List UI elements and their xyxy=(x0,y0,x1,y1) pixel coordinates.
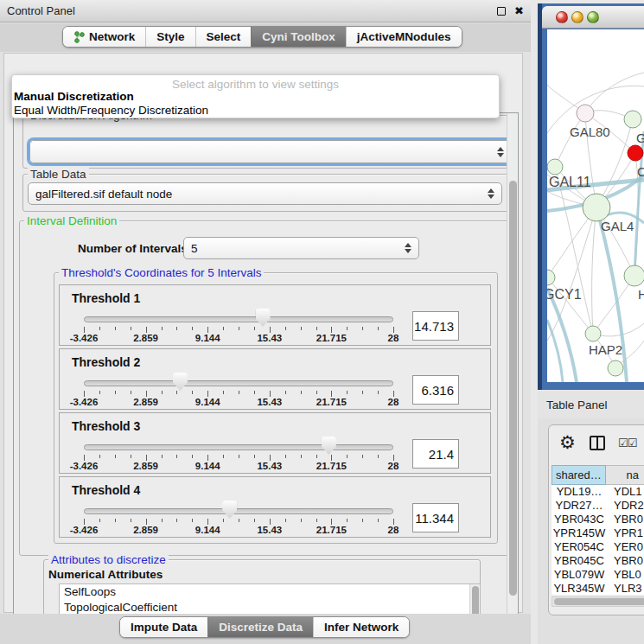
number-of-intervals-combo[interactable]: 5 xyxy=(183,237,419,259)
table-data-combo[interactable]: galFiltered.sif default node xyxy=(28,182,502,205)
table-header-name[interactable]: na xyxy=(606,465,644,485)
tick-mark xyxy=(99,455,100,458)
tick-mark xyxy=(176,455,177,458)
tick-mark xyxy=(239,519,239,522)
table-cell: YBL0 xyxy=(607,568,644,582)
network-node-label: GA xyxy=(636,131,644,145)
node-table[interactable]: shared…naYDL19…YDL1YDR27…YDR2YBR043CYBR0… xyxy=(552,465,644,595)
slider-track[interactable] xyxy=(84,316,393,322)
network-edge xyxy=(555,113,585,167)
table-cell: YPR1 xyxy=(607,526,644,540)
algorithm-popup: Select algorithm to view settings Manual… xyxy=(11,74,500,118)
table-row[interactable]: YDL19…YDL1 xyxy=(552,485,644,499)
tick-mark xyxy=(115,455,116,458)
table-cell: YDL19… xyxy=(552,485,607,499)
tick-mark xyxy=(176,519,177,522)
scale-label: 9.144 xyxy=(195,461,220,471)
table-horizontal-scrollbar[interactable] xyxy=(552,596,644,607)
tick-mark xyxy=(347,519,348,522)
table-row[interactable]: YDR27…YDR2 xyxy=(552,499,644,513)
tick-mark xyxy=(207,455,208,461)
scale-label: 28 xyxy=(388,397,399,407)
scale-label: 2.859 xyxy=(133,461,158,471)
settings-scroll-area: Discretization Algorithm Table Data galF… xyxy=(13,112,519,644)
table-row[interactable]: YBL079WYBL0 xyxy=(552,568,644,582)
network-node[interactable] xyxy=(577,105,594,122)
attribute-list-item[interactable]: SelfLoops xyxy=(60,584,480,600)
network-node[interactable] xyxy=(624,111,641,128)
interval-definition-label: Interval Definition xyxy=(24,214,119,227)
network-node-label: GAL4 xyxy=(601,219,634,233)
window-title: Control Panel xyxy=(7,4,75,17)
network-node[interactable] xyxy=(608,360,623,376)
tick-mark xyxy=(254,455,255,458)
tab-select[interactable]: Select xyxy=(195,27,252,47)
tab-jactivemnodules[interactable]: jActiveMNodules xyxy=(346,27,462,47)
table-row[interactable]: YBR043CYBR0 xyxy=(552,513,644,526)
tab-impute-data[interactable]: Impute Data xyxy=(120,617,207,637)
network-canvas[interactable]: GAL80GACGAL11GAL4GCY1HHAP2 xyxy=(547,29,644,382)
network-node[interactable] xyxy=(547,270,555,285)
slider-track[interactable] xyxy=(84,380,393,386)
close-traffic-light-icon[interactable] xyxy=(556,11,568,23)
split-columns-icon[interactable] xyxy=(590,436,605,450)
table-panel-zone: ⚙ ☑☑ shared…naYDL19…YDL1YDR27…YDR2YBR043… xyxy=(538,418,644,644)
network-node[interactable] xyxy=(547,159,563,175)
network-node[interactable] xyxy=(583,194,610,221)
table-cell: YBR0 xyxy=(607,513,644,526)
tick-mark xyxy=(393,519,394,525)
gear-icon[interactable]: ⚙ xyxy=(559,432,576,453)
zoom-traffic-light-icon[interactable] xyxy=(587,11,599,23)
scale-label: -3.426 xyxy=(70,461,99,471)
float-window-icon[interactable] xyxy=(497,7,506,16)
network-node-label: H xyxy=(638,287,644,302)
table-header-shared-name[interactable]: shared… xyxy=(552,465,606,485)
network-node[interactable] xyxy=(585,326,601,341)
tick-mark xyxy=(176,391,177,394)
tab-label: Impute Data xyxy=(131,621,197,634)
checkbox-icons[interactable]: ☑☑ xyxy=(618,437,636,450)
tick-mark xyxy=(393,391,394,397)
network-node[interactable] xyxy=(624,265,644,286)
tick-mark xyxy=(131,519,131,522)
network-node-label: HAP2 xyxy=(589,342,622,357)
slider-handle[interactable] xyxy=(173,373,188,391)
scale-label: 15.43 xyxy=(257,461,282,471)
tick-mark xyxy=(176,327,177,330)
slider-track[interactable] xyxy=(84,508,393,514)
tick-mark xyxy=(115,519,116,522)
slider-handle[interactable] xyxy=(256,309,271,327)
network-node-label: GAL80 xyxy=(570,124,610,139)
tick-mark xyxy=(223,519,224,522)
algorithm-combo[interactable] xyxy=(29,140,512,163)
slider-handle[interactable] xyxy=(322,437,336,455)
network-edge xyxy=(592,207,596,334)
settings-vertical-scrollbar[interactable] xyxy=(507,113,518,630)
threshold-value-field[interactable]: 11.344 xyxy=(412,503,459,532)
network-node[interactable] xyxy=(628,145,643,161)
minimize-traffic-light-icon[interactable] xyxy=(571,11,583,23)
tab-infer-network[interactable]: Infer Network xyxy=(313,617,409,637)
tick-mark xyxy=(162,391,163,394)
tab-cyni-toolbox[interactable]: Cyni Toolbox xyxy=(251,27,346,47)
table-row[interactable]: YLR345WYLR3 xyxy=(552,582,644,595)
tab-network[interactable]: Network xyxy=(63,27,145,47)
algorithm-menu-item[interactable]: Equal Width/Frequency Discretization xyxy=(14,104,208,117)
algorithm-menu-item[interactable]: Manual Discretization xyxy=(14,90,134,103)
table-row[interactable]: YER054CYER0 xyxy=(552,540,644,554)
close-icon[interactable]: ✖ xyxy=(514,7,524,16)
table-row[interactable]: YPR145WYPR1 xyxy=(552,526,644,540)
threshold-value-field[interactable]: 6.316 xyxy=(412,375,459,405)
tab-discretize-data[interactable]: Discretize Data xyxy=(207,617,313,637)
tick-mark xyxy=(331,391,332,397)
threshold-value-field[interactable]: 14.713 xyxy=(412,311,459,341)
table-cell: YPR145W xyxy=(552,526,607,540)
table-row[interactable]: YBR045CYBR0 xyxy=(552,554,644,568)
tick-mark xyxy=(146,327,147,333)
slider-handle[interactable] xyxy=(222,501,237,519)
table-cell: YBR043C xyxy=(552,513,607,526)
table-cell: YBL079W xyxy=(552,568,607,582)
threshold-value-field[interactable]: 21.4 xyxy=(412,439,459,469)
slider-track[interactable] xyxy=(84,444,393,450)
tab-style[interactable]: Style xyxy=(145,27,194,47)
